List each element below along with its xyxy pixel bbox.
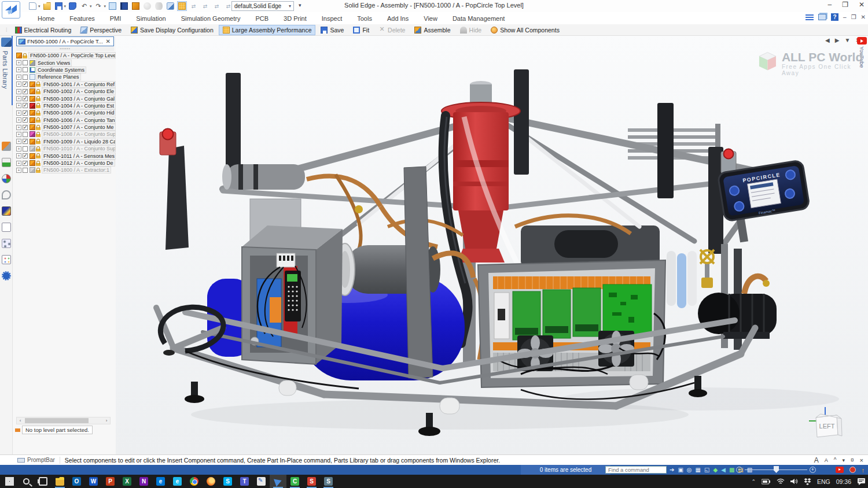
style-dropdown[interactable]: default,Solid Edge ▾ xyxy=(231,1,294,11)
tree-row[interactable]: +FN500-1010 / A - Conjunto Sup xyxy=(14,145,116,152)
cylinder-icon[interactable] xyxy=(154,1,164,11)
taskbar-task-view-icon[interactable] xyxy=(35,475,52,488)
expand-icon[interactable]: + xyxy=(16,146,21,151)
scrollbar-thumb[interactable] xyxy=(25,418,89,423)
collapse-icon[interactable]: ^ xyxy=(834,457,837,463)
pin-icon[interactable]: ¤ xyxy=(851,457,854,463)
part-icon[interactable] xyxy=(131,1,141,11)
visibility-checkbox[interactable] xyxy=(23,125,28,130)
tree-row[interactable]: +FN500-1001 / A - Conjunto Ref xyxy=(14,81,116,88)
list-icon[interactable] xyxy=(806,14,814,20)
link-broken-icon[interactable]: ⇄ xyxy=(200,1,210,11)
expand-icon[interactable]: + xyxy=(16,168,21,173)
tree-row[interactable]: +FN500-1007 / A - Conjunto Me xyxy=(14,124,116,131)
clock[interactable]: 09:36 xyxy=(836,478,851,485)
expand-icon[interactable]: + xyxy=(16,89,21,94)
tree-row[interactable]: +Coordinate Systems xyxy=(14,66,116,73)
taskbar-solid-edge-icon[interactable] xyxy=(270,475,286,488)
youtube-icon[interactable] xyxy=(857,37,867,45)
ribbon-tab-simulation-geometry[interactable]: Simulation Geometry xyxy=(174,14,248,23)
visibility-checkbox[interactable] xyxy=(23,153,28,158)
taskbar-skype-icon[interactable]: S xyxy=(219,475,236,488)
close-button[interactable]: ✕ xyxy=(859,1,865,9)
named-views-icon[interactable]: ▩ xyxy=(729,467,734,473)
select-window-icon[interactable]: ▣ xyxy=(678,467,683,473)
minimize-button[interactable]: – xyxy=(827,1,832,9)
undo-icon[interactable]: ↶ xyxy=(79,1,89,11)
language-indicator[interactable]: ENG xyxy=(817,478,830,485)
expand-icon[interactable]: ▾ xyxy=(842,457,845,463)
colormap-icon[interactable] xyxy=(2,206,11,216)
link-icon[interactable]: ⇄ xyxy=(189,1,198,11)
taskbar-powerpoint-icon[interactable]: P xyxy=(102,475,119,488)
electrical-routing-button[interactable]: Electrical Routing xyxy=(11,25,76,35)
ribbon-tab-pmi[interactable]: PMI xyxy=(102,14,129,23)
zoom-slider[interactable] xyxy=(745,469,807,470)
expand-icon[interactable]: + xyxy=(16,103,21,108)
show-all-components-button[interactable]: Show All Components xyxy=(487,25,564,35)
hide-button[interactable]: Hide xyxy=(456,25,486,35)
ribbon-tab-home[interactable]: Home xyxy=(30,14,62,23)
visibility-checkbox[interactable] xyxy=(23,75,28,80)
tree-row[interactable]: +FN500-1006 / A - Conjunto Tan xyxy=(14,117,116,124)
fit-icon[interactable]: ◱ xyxy=(704,467,709,473)
expand-icon[interactable]: + xyxy=(16,125,21,130)
assemble-button[interactable]: Assemble xyxy=(410,25,454,35)
fit-button[interactable]: Fit xyxy=(349,25,373,35)
ribbon-tab-add-ins[interactable]: Add Ins xyxy=(380,14,416,23)
ribbon-tab-features[interactable]: Features xyxy=(62,14,102,23)
taskbar-snagit-icon[interactable]: S xyxy=(303,475,320,488)
visibility-checkbox[interactable] xyxy=(23,132,28,137)
tree-row[interactable]: +Section Views xyxy=(14,59,116,66)
zoom-icon[interactable]: ▦ xyxy=(696,467,701,473)
font-decrease-icon[interactable]: A xyxy=(825,457,828,463)
visibility-checkbox[interactable] xyxy=(23,110,28,116)
close-icon[interactable]: × xyxy=(860,457,863,464)
visibility-checkbox[interactable] xyxy=(23,67,28,72)
perspective-button[interactable]: Perspective xyxy=(76,25,126,35)
wifi-icon[interactable] xyxy=(777,478,785,485)
grid-display-icon[interactable] xyxy=(177,1,187,11)
chevron-down-icon[interactable]: ▾ xyxy=(104,4,106,9)
taskbar-camtasia-icon[interactable]: C xyxy=(286,475,303,488)
doc-minimize-button[interactable]: – xyxy=(843,14,847,20)
taskbar-file-explorer-icon[interactable] xyxy=(52,475,68,488)
tree-row[interactable]: +FN500-1005 / A - Conjunto Hid xyxy=(14,109,116,116)
save-icon[interactable] xyxy=(54,1,64,11)
taskbar-onenote-icon[interactable]: N xyxy=(135,475,152,488)
battery-icon[interactable] xyxy=(762,479,771,485)
large-assembly-performance-button[interactable]: Large Assembly Performance xyxy=(219,25,316,35)
toolbar-grip[interactable]: ⁞ xyxy=(6,27,8,33)
visibility-checkbox[interactable] xyxy=(23,60,28,65)
update-link-icon[interactable]: ⇄ xyxy=(212,1,222,11)
font-increase-icon[interactable]: A xyxy=(814,456,819,464)
new-document-icon[interactable] xyxy=(28,1,38,11)
ribbon-tab-simulation[interactable]: Simulation xyxy=(128,14,173,23)
graphics-viewport[interactable]: POPCIRCLE Finamac™ xyxy=(116,36,868,454)
pan-icon[interactable]: ◆ xyxy=(713,467,718,473)
ribbon-tab-pcb[interactable]: PCB xyxy=(248,14,276,23)
visibility-checkbox[interactable] xyxy=(23,168,28,173)
face-style-icon[interactable] xyxy=(165,1,175,11)
zoom-slider-thumb[interactable] xyxy=(774,466,779,473)
view-cube[interactable]: LEFT xyxy=(808,407,845,444)
settings-icon[interactable] xyxy=(2,271,11,280)
tree-row[interactable]: +FN500-1003 / A - Conjunto Gal xyxy=(14,95,116,102)
application-button[interactable] xyxy=(2,1,20,19)
taskbar-search-icon[interactable] xyxy=(18,475,35,488)
visibility-checkbox[interactable] xyxy=(23,139,28,144)
gauge-icon[interactable] xyxy=(2,174,11,183)
tree-row[interactable]: +Reference Planes xyxy=(14,73,116,80)
expand-icon[interactable]: + xyxy=(16,67,21,72)
tree-root-row[interactable]: FN500-1000 / A - PopCircle Top Level xyxy=(14,52,116,59)
expand-icon[interactable]: + xyxy=(16,139,21,144)
taskbar-internet-explorer-icon[interactable]: e xyxy=(169,475,186,488)
layers-icon[interactable] xyxy=(2,158,11,167)
notebook-icon[interactable] xyxy=(119,1,129,11)
parts-library-tab[interactable]: Parts Library xyxy=(2,51,9,89)
ribbon-tab-tools[interactable]: Tools xyxy=(350,14,380,23)
taskbar-word-icon[interactable]: W xyxy=(85,475,102,488)
tree-row[interactable]: +FN500-1011 / A - Sensora Mes xyxy=(14,152,116,159)
nav-next-icon[interactable]: ▶ xyxy=(835,37,840,43)
zoom-in-button[interactable]: + xyxy=(810,467,816,473)
